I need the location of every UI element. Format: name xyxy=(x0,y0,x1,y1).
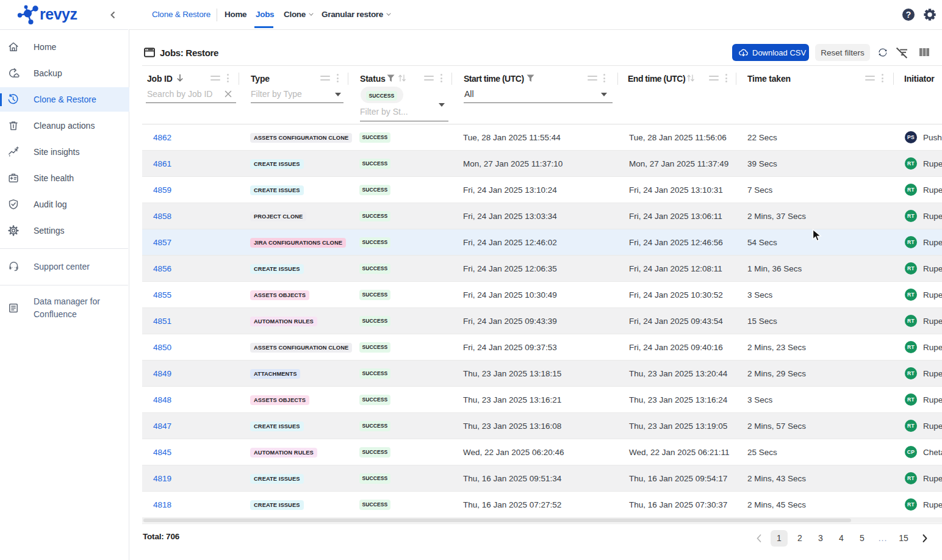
svg-text:?: ? xyxy=(906,10,911,20)
